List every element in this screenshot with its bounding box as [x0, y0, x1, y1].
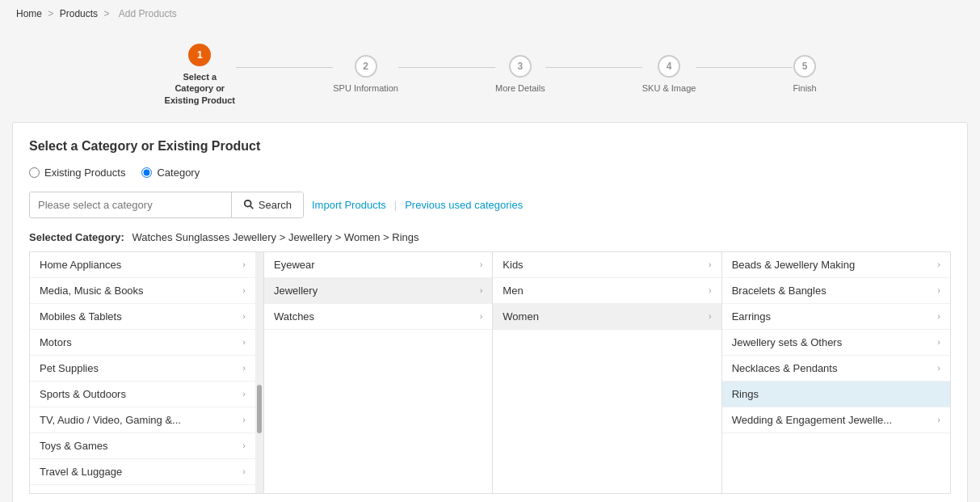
chevron-right-icon: ›	[937, 285, 940, 295]
step-3-label: More Details	[495, 82, 545, 94]
list-item[interactable]: Media, Music & Books ›	[30, 278, 255, 304]
category-columns: Home Appliances › Media, Music & Books ›…	[29, 251, 951, 494]
step-2: 2 SPU Information	[333, 55, 398, 94]
radio-category[interactable]	[141, 167, 152, 178]
step-1-circle: 1	[188, 44, 211, 66]
chevron-right-icon: ›	[242, 441, 246, 450]
list-item[interactable]: Sports & Outdoors ›	[30, 382, 255, 407]
import-products-link[interactable]: Import Products	[312, 199, 386, 211]
step-line-4-5	[696, 67, 793, 68]
chevron-right-icon: ›	[242, 285, 246, 295]
chevron-right-icon: ›	[937, 259, 940, 269]
radio-existing[interactable]	[29, 167, 40, 178]
list-item[interactable]: Vouchers and Services ›	[30, 485, 255, 493]
chevron-right-icon: ›	[242, 415, 246, 424]
step-2-circle: 2	[355, 55, 377, 78]
list-item[interactable]: Home Appliances ›	[30, 252, 255, 278]
chevron-right-icon: ›	[937, 311, 940, 321]
list-item[interactable]: Kids ›	[493, 252, 721, 278]
step-5-circle: 5	[793, 55, 816, 78]
step-1-label: Select a Category orExisting Product	[163, 71, 236, 106]
col1-scrollbar[interactable]	[255, 252, 263, 493]
radio-existing-label[interactable]: Existing Products	[29, 167, 125, 179]
search-input-wrap: Search	[29, 192, 304, 218]
list-item[interactable]: Mobiles & Tablets ›	[30, 304, 255, 330]
radio-category-text: Category	[157, 167, 200, 179]
chevron-right-icon: ›	[937, 363, 940, 373]
step-1: 1 Select a Category orExisting Product	[163, 44, 236, 106]
selected-label: Selected Category:	[29, 231, 124, 243]
list-item[interactable]: Wedding & Engagement Jewelle... ›	[722, 407, 950, 433]
list-item[interactable]: Jewellery ›	[264, 278, 492, 304]
col4-panel: Beads & Jewellery Making › Bracelets & B…	[722, 252, 950, 493]
radio-existing-text: Existing Products	[44, 167, 125, 179]
chevron-right-icon: ›	[480, 285, 483, 295]
list-item[interactable]: Motors ›	[30, 330, 255, 356]
svg-line-1	[250, 206, 254, 209]
list-item-rings[interactable]: Rings	[722, 382, 950, 407]
list-item[interactable]: Beads & Jewellery Making ›	[722, 252, 950, 278]
step-4: 4 SKU & Image	[642, 55, 696, 94]
search-row: Search Import Products | Previous used c…	[29, 192, 951, 218]
chevron-right-icon: ›	[480, 259, 483, 269]
col3-panel: Kids › Men › Women ›	[493, 252, 721, 493]
previous-categories-link[interactable]: Previous used categories	[405, 199, 523, 211]
selected-category-row: Selected Category: Watches Sunglasses Je…	[29, 231, 951, 243]
search-button[interactable]: Search	[231, 192, 303, 217]
divider: |	[394, 199, 397, 211]
list-item[interactable]: Travel & Luggage ›	[30, 459, 255, 485]
chevron-right-icon: ›	[937, 337, 940, 347]
stepper: 1 Select a Category orExisting Product 2…	[0, 27, 980, 114]
list-item[interactable]: TV, Audio / Video, Gaming &... ›	[30, 407, 255, 433]
chevron-right-icon: ›	[709, 259, 712, 269]
list-item[interactable]: Eyewear ›	[264, 252, 492, 278]
col1-wrapper: Home Appliances › Media, Music & Books ›…	[30, 252, 264, 493]
chevron-right-icon: ›	[242, 337, 246, 347]
breadcrumb-home[interactable]: Home	[16, 8, 42, 19]
step-line-1-2	[236, 67, 333, 68]
step-3-circle: 3	[509, 55, 532, 78]
search-input[interactable]	[30, 192, 231, 217]
col2-panel: Eyewear › Jewellery › Watches ›	[264, 252, 493, 493]
chevron-right-icon: ›	[242, 363, 246, 373]
list-item[interactable]: Women ›	[493, 304, 721, 330]
list-item[interactable]: Necklaces & Pendants ›	[722, 356, 950, 382]
svg-point-0	[245, 200, 251, 207]
breadcrumb-products[interactable]: Products	[60, 8, 98, 19]
step-2-label: SPU Information	[333, 82, 398, 94]
radio-group: Existing Products Category	[29, 167, 951, 179]
chevron-right-icon: ›	[242, 311, 246, 321]
chevron-right-icon: ›	[242, 259, 246, 269]
step-line-2-3	[398, 67, 495, 68]
step-line-3-4	[545, 67, 642, 68]
breadcrumb-current: Add Products	[119, 8, 177, 19]
search-btn-label: Search	[259, 199, 292, 211]
chevron-right-icon: ›	[242, 466, 246, 476]
chevron-right-icon: ›	[242, 492, 246, 493]
step-5-label: Finish	[793, 82, 816, 94]
chevron-right-icon: ›	[709, 285, 712, 295]
chevron-right-icon: ›	[937, 415, 940, 424]
chevron-right-icon: ›	[709, 311, 712, 321]
selected-category-path: Watches Sunglasses Jewellery > Jewellery…	[132, 231, 418, 243]
col1-scrollbar-thumb	[257, 385, 262, 433]
list-item[interactable]: Jewellery sets & Others ›	[722, 330, 950, 356]
list-item[interactable]: Toys & Games ›	[30, 433, 255, 459]
list-item[interactable]: Men ›	[493, 278, 721, 304]
chevron-right-icon: ›	[242, 389, 246, 399]
list-item[interactable]: Pet Supplies ›	[30, 356, 255, 382]
col1-list: Home Appliances › Media, Music & Books ›…	[30, 252, 255, 493]
search-icon	[243, 199, 254, 210]
step-5: 5 Finish	[793, 55, 816, 94]
step-3: 3 More Details	[495, 55, 545, 94]
step-4-label: SKU & Image	[642, 82, 696, 94]
chevron-right-icon: ›	[480, 311, 483, 321]
section-title: Select a Category or Existing Product	[29, 139, 951, 154]
list-item[interactable]: Watches ›	[264, 304, 492, 330]
list-item[interactable]: Earrings ›	[722, 304, 950, 330]
step-4-circle: 4	[658, 55, 680, 78]
breadcrumb: Home > Products > Add Products	[0, 0, 980, 27]
list-item[interactable]: Bracelets & Bangles ›	[722, 278, 950, 304]
radio-category-label[interactable]: Category	[141, 167, 200, 179]
main-content: Select a Category or Existing Product Ex…	[12, 122, 968, 502]
